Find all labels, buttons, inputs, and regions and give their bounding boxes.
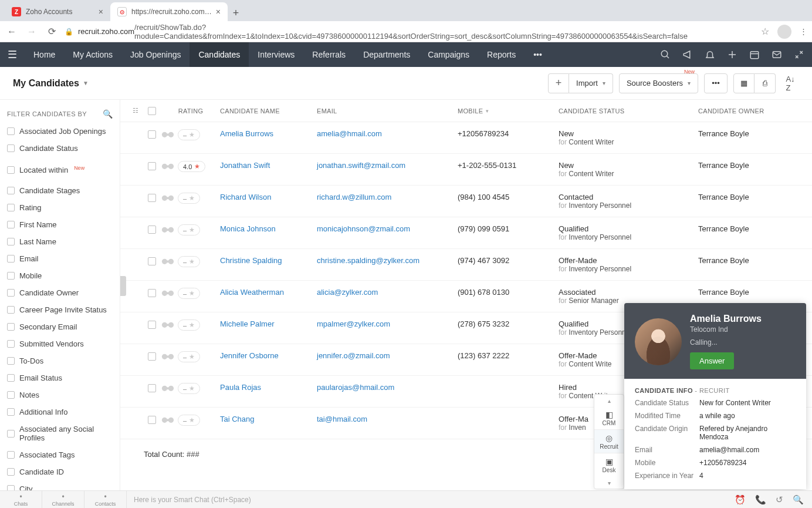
history-icon[interactable]: ↺ [776, 494, 783, 505]
search-icon[interactable]: 🔍 [793, 494, 804, 505]
bottom-tab-contacts[interactable]: •Contacts [84, 491, 127, 509]
filter-candidate-owner[interactable]: Candidate Owner [6, 286, 114, 300]
checkbox-icon[interactable] [7, 451, 15, 459]
rail-down-icon[interactable]: ▾ [594, 477, 624, 489]
candidate-email-link[interactable]: paularojas@hmail.com [317, 383, 394, 392]
checkbox-icon[interactable] [7, 485, 15, 490]
row-checkbox[interactable] [143, 224, 161, 234]
rail-up-icon[interactable]: ▴ [594, 395, 624, 406]
candidate-email-link[interactable]: mpalmer@zylker.com [317, 319, 390, 328]
rating-pill[interactable]: –★ [178, 415, 200, 426]
rating-pill[interactable]: –★ [178, 383, 200, 394]
row-checkbox[interactable] [143, 351, 161, 361]
filter-associated-any-social-profiles[interactable]: Associated any Social Profiles [6, 422, 114, 445]
col-owner[interactable]: CANDIDATE OWNER [698, 107, 812, 115]
plus-icon[interactable] [726, 49, 738, 60]
candidate-email-link[interactable]: richard.w@zillum.com [317, 193, 391, 201]
smart-chat-input[interactable]: Here is your Smart Chat (Ctrl+Space) [127, 496, 735, 504]
candidate-name-link[interactable]: Michelle Palmer [220, 319, 274, 328]
filter-to-dos[interactable]: To-Dos [6, 354, 114, 368]
view-selector[interactable]: My Candidates ▼ [13, 78, 89, 89]
checkbox-icon[interactable] [7, 357, 15, 365]
checkbox-icon[interactable] [7, 187, 15, 194]
profile-avatar-icon[interactable] [777, 25, 791, 39]
candidate-name-link[interactable]: Christine Spalding [220, 256, 282, 265]
row-checkbox[interactable] [143, 415, 161, 424]
row-checkbox[interactable] [143, 319, 161, 329]
table-row[interactable]: 4.0★Jonathan Swiftjonathan.swift@zmail.c… [120, 154, 812, 186]
hamburger-icon[interactable]: ☰ [0, 48, 25, 61]
new-tab-button[interactable]: + [228, 5, 244, 21]
candidate-name-link[interactable]: Jonathan Swift [220, 161, 270, 170]
filter-mobile[interactable]: Mobile [6, 269, 114, 282]
candidate-email-link[interactable]: alicia@zylker.com [317, 288, 378, 297]
bottom-tab-chats[interactable]: •Chats [0, 491, 42, 509]
candidate-email-link[interactable]: amelia@hmail.com [317, 129, 382, 138]
checkbox-icon[interactable] [7, 391, 15, 399]
candidate-email-link[interactable]: jonathan.swift@zmail.com [317, 161, 405, 170]
add-record-button[interactable]: + [548, 73, 569, 93]
mail-icon[interactable] [771, 49, 783, 60]
sort-button[interactable]: A↓Z [781, 73, 799, 93]
more-actions-button[interactable]: ••• [704, 73, 728, 93]
table-row[interactable]: –★Christine Spaldingchristine.spalding@z… [120, 249, 812, 281]
table-row[interactable]: –★Monica Johnsonmonicajohnson@zmail.com(… [120, 217, 812, 249]
rating-pill[interactable]: –★ [178, 256, 200, 267]
rating-pill[interactable]: –★ [178, 351, 200, 362]
candidate-name-link[interactable]: Richard Wilson [220, 193, 271, 201]
filter-career-page-invite-status[interactable]: Career Page Invite Status [6, 303, 114, 317]
checkbox-icon[interactable] [7, 340, 15, 348]
close-icon[interactable]: × [216, 7, 221, 16]
tools-icon[interactable] [793, 49, 805, 60]
checkbox-icon[interactable] [7, 127, 15, 135]
browser-tab[interactable]: Z Zoho Accounts × [5, 2, 110, 21]
bookmark-icon[interactable]: ☆ [761, 26, 769, 37]
checkbox-icon[interactable] [7, 323, 15, 331]
checkbox-icon[interactable] [7, 204, 15, 211]
col-email[interactable]: EMAIL [317, 107, 458, 115]
checkbox-icon[interactable] [7, 289, 15, 297]
row-checkbox[interactable] [143, 193, 161, 202]
filter-last-name[interactable]: Last Name [6, 235, 114, 248]
filter-associated-job-openings[interactable]: Associated Job Openings [6, 125, 114, 138]
filter-candidate-status[interactable]: Candidate Status [6, 142, 114, 155]
nav-reports[interactable]: Reports [478, 42, 525, 67]
checkbox-icon[interactable] [7, 255, 15, 263]
kebab-menu-icon[interactable]: ⋮ [800, 27, 807, 36]
filter-associated-tags[interactable]: Associated Tags [6, 448, 114, 462]
filter-city[interactable]: City [6, 482, 114, 490]
col-status[interactable]: CANDIDATE STATUS [559, 107, 698, 115]
bottom-tab-channels[interactable]: •Channels [42, 491, 84, 509]
nav-candidates[interactable]: Candidates [190, 42, 249, 67]
candidate-email-link[interactable]: christine.spalding@zylker.com [317, 256, 419, 265]
rating-pill[interactable]: –★ [178, 319, 200, 331]
nav-campaigns[interactable]: Campaigns [419, 42, 478, 67]
bell-icon[interactable] [704, 49, 716, 60]
nav-interviews[interactable]: Interviews [249, 42, 303, 67]
filter-email[interactable]: Email [6, 252, 114, 265]
filter-first-name[interactable]: First Name [6, 218, 114, 231]
candidate-name-link[interactable]: Tai Chang [220, 415, 255, 423]
col-mobile[interactable]: MOBILE▾ [458, 107, 559, 115]
browser-tab-active[interactable]: ⊙ https://recruit.zoho.com/recrui × [110, 2, 228, 21]
table-row[interactable]: –★Richard Wilsonrichard.w@zillum.com(984… [120, 186, 812, 217]
import-button[interactable]: Import▾ [569, 73, 613, 93]
candidate-name-link[interactable]: Amelia Burrows [220, 129, 273, 138]
nav-departments[interactable]: Departments [354, 42, 419, 67]
candidate-name-link[interactable]: Monica Johnson [220, 224, 276, 233]
print-icon[interactable]: ⎙ [755, 73, 776, 93]
candidate-email-link[interactable]: monicajohnson@zmail.com [317, 224, 410, 233]
phone-icon[interactable]: 📞 [755, 494, 766, 505]
row-checkbox[interactable] [143, 129, 161, 139]
search-icon[interactable]: 🔍 [103, 109, 113, 119]
reload-icon[interactable]: ⟳ [45, 25, 59, 39]
forward-icon[interactable]: → [25, 25, 39, 39]
filter-candidate-stages[interactable]: Candidate Stages [6, 184, 114, 197]
rating-pill[interactable]: –★ [178, 288, 200, 299]
checkbox-icon[interactable] [7, 468, 15, 476]
alarm-icon[interactable]: ⏰ [735, 494, 746, 505]
rating-pill[interactable]: –★ [178, 129, 200, 140]
select-all-checkbox[interactable] [143, 107, 161, 115]
rating-pill[interactable]: –★ [178, 224, 200, 236]
nav-referrals[interactable]: Referrals [303, 42, 354, 67]
